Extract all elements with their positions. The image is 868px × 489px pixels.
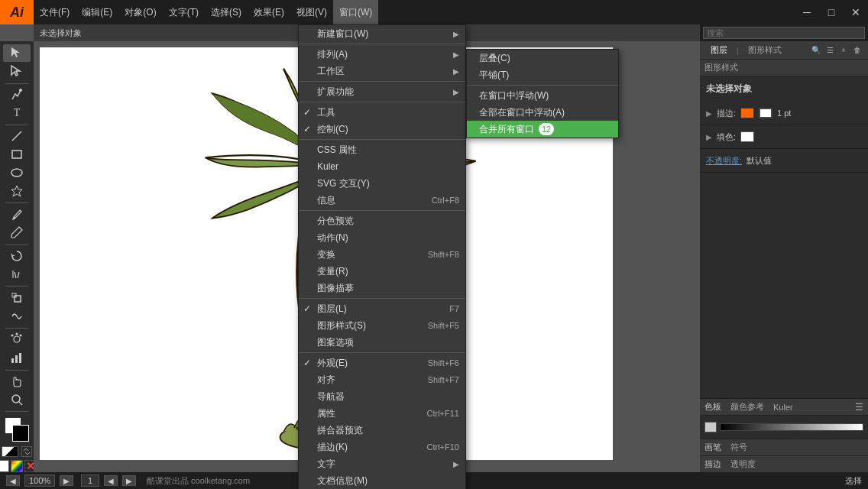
menu-flattener[interactable]: 拼合器预览: [299, 422, 465, 439]
menu-doc-info[interactable]: 文档信息(M): [299, 472, 465, 489]
submenu-float-all[interactable]: 全部在窗口中浮动(A): [467, 104, 618, 121]
svg-line-1: [12, 131, 21, 141]
default-colors-button[interactable]: [2, 446, 18, 457]
appearance-tab[interactable]: 图形样式: [704, 62, 738, 73]
tool-text[interactable]: T: [3, 104, 31, 121]
tool-zoom[interactable]: [3, 390, 31, 408]
layers-menu-icon[interactable]: ☰: [824, 44, 836, 57]
title-bar: Ai 文件(F) 编辑(E) 对象(O) 文字(T) 选择(S) 效果(E) 视…: [0, 0, 868, 24]
status-page-next[interactable]: ▶: [122, 475, 136, 486]
menu-view[interactable]: 视图(V): [290, 0, 333, 24]
menu-effect[interactable]: 效果(E): [248, 0, 290, 24]
tool-paintbrush[interactable]: [3, 206, 31, 223]
menu-stroke[interactable]: 描边(K) Ctrl+F10: [299, 439, 465, 455]
gradient-button[interactable]: [11, 460, 23, 472]
search-bar: [700, 24, 868, 41]
menu-navigator[interactable]: 导航器: [299, 388, 465, 405]
fill-color-swatch[interactable]: [740, 131, 754, 142]
maximize-button[interactable]: □: [819, 0, 844, 24]
menu-appearance[interactable]: ✓ 外观(E) Shift+F6: [299, 355, 465, 371]
menu-color-sep[interactable]: 分色预览: [299, 212, 465, 229]
tool-direct-select[interactable]: [3, 63, 31, 80]
color-gradient-slider[interactable]: [720, 423, 863, 431]
layers-add-icon[interactable]: +: [837, 44, 850, 57]
close-button[interactable]: ✕: [844, 0, 868, 24]
menu-text2[interactable]: 文字 ▶: [299, 455, 465, 472]
zoom-input[interactable]: [24, 474, 55, 487]
layers-search-icon[interactable]: 🔍: [810, 44, 822, 57]
color-panel-tabs: 色板 颜色参考 Kuler ☰: [700, 399, 868, 416]
tab-kuler[interactable]: Kuler: [769, 403, 798, 412]
current-color-swatch[interactable]: [704, 422, 717, 432]
menu-attributes[interactable]: 属性 Ctrl+F11: [299, 405, 465, 422]
menu-info[interactable]: 信息 Ctrl+F8: [299, 192, 465, 209]
tool-bar-graph[interactable]: [3, 349, 31, 367]
tool-ellipse[interactable]: [3, 164, 31, 182]
search-input[interactable]: [703, 27, 865, 39]
menu-file[interactable]: 文件(F): [34, 0, 76, 24]
tool-rect[interactable]: [3, 146, 31, 164]
tool-hand[interactable]: [3, 372, 31, 390]
submenu-float-window[interactable]: 在窗口中浮动(W): [467, 87, 618, 104]
menu-svg[interactable]: SVG 交互(Y): [299, 175, 465, 192]
fill-expand-icon[interactable]: ▶: [706, 133, 712, 141]
stroke-swatch-color[interactable]: [12, 425, 29, 442]
status-page-prev[interactable]: ◀: [104, 475, 118, 486]
menu-actions[interactable]: 动作(N): [299, 229, 465, 246]
tab-color[interactable]: 色板: [700, 401, 726, 413]
stroke-expand-icon[interactable]: ▶: [706, 109, 712, 118]
menu-layers[interactable]: ✓ 图层(L) F7: [299, 300, 465, 317]
menu-pattern[interactable]: 图案选项: [299, 334, 465, 351]
menu-variables[interactable]: 变量(R): [299, 263, 465, 280]
tab-graphic-styles[interactable]: 图形样式: [742, 42, 788, 59]
menu-select[interactable]: 选择(S): [205, 0, 248, 24]
tab-color-ref[interactable]: 颜色参考: [726, 401, 769, 413]
tab-brush[interactable]: 画笔: [700, 442, 726, 453]
menu-transform[interactable]: 变换 Shift+F8: [299, 246, 465, 263]
menu-new-window[interactable]: 新建窗口(W) ▶: [299, 25, 465, 42]
menu-arrange[interactable]: 排列(A) ▶: [299, 46, 465, 63]
status-next-btn[interactable]: ▶: [60, 475, 73, 486]
menu-workspace[interactable]: 工作区 ▶: [299, 63, 465, 79]
tab-stroke[interactable]: 描边: [700, 458, 726, 470]
submenu-tile[interactable]: 平铺(T): [467, 66, 618, 83]
tool-select[interactable]: [3, 44, 31, 62]
tool-rotate[interactable]: [3, 248, 31, 265]
menu-text[interactable]: 文字(T): [163, 0, 205, 24]
tool-star[interactable]: [3, 183, 31, 200]
opacity-label[interactable]: 不透明度:: [706, 155, 742, 167]
submenu-consolidate[interactable]: 合并所有窗口 12: [467, 121, 618, 138]
color-mode-button[interactable]: [0, 460, 9, 472]
menu-graphic-styles[interactable]: 图形样式(S) Shift+F5: [299, 317, 465, 334]
menu-tools[interactable]: ✓ 工具: [299, 104, 465, 121]
tool-symbol-spray[interactable]: [3, 331, 31, 348]
tool-reflect[interactable]: [3, 266, 31, 283]
tool-scale[interactable]: [3, 289, 31, 306]
menu-align[interactable]: 对齐 Shift+F7: [299, 371, 465, 388]
page-input[interactable]: [81, 474, 99, 487]
tool-pen[interactable]: [3, 86, 31, 104]
swap-colors-button[interactable]: [21, 446, 32, 457]
menu-image-trace[interactable]: 图像描摹: [299, 280, 465, 296]
color-panel-options-icon[interactable]: ☰: [853, 401, 865, 413]
minimize-button[interactable]: ─: [795, 0, 819, 24]
layers-delete-icon[interactable]: 🗑: [851, 44, 863, 57]
menu-kuler[interactable]: Kuler: [299, 158, 465, 175]
menu-extensions[interactable]: 扩展功能 ▶: [299, 83, 465, 100]
submenu-cascade[interactable]: 层叠(C): [467, 50, 618, 66]
status-prev-btn[interactable]: ◀: [6, 475, 20, 486]
menu-object[interactable]: 对象(O): [118, 0, 162, 24]
menu-css[interactable]: CSS 属性: [299, 141, 465, 158]
tool-warp[interactable]: [3, 307, 31, 325]
fill-stroke-swatches[interactable]: [5, 417, 29, 442]
tab-symbol[interactable]: 符号: [726, 442, 752, 453]
menu-edit[interactable]: 编辑(E): [76, 0, 118, 24]
menu-window[interactable]: 窗口(W): [333, 0, 378, 24]
stroke-color-swatch[interactable]: [740, 108, 754, 118]
tool-pencil[interactable]: [3, 224, 31, 241]
tool-line[interactable]: [3, 128, 31, 145]
tab-layers[interactable]: 图层: [704, 42, 734, 59]
menu-control[interactable]: ✓ 控制(C): [299, 121, 465, 138]
tab-transparency[interactable]: 透明度: [726, 458, 760, 470]
stroke-fill-indicator[interactable]: [759, 108, 772, 118]
